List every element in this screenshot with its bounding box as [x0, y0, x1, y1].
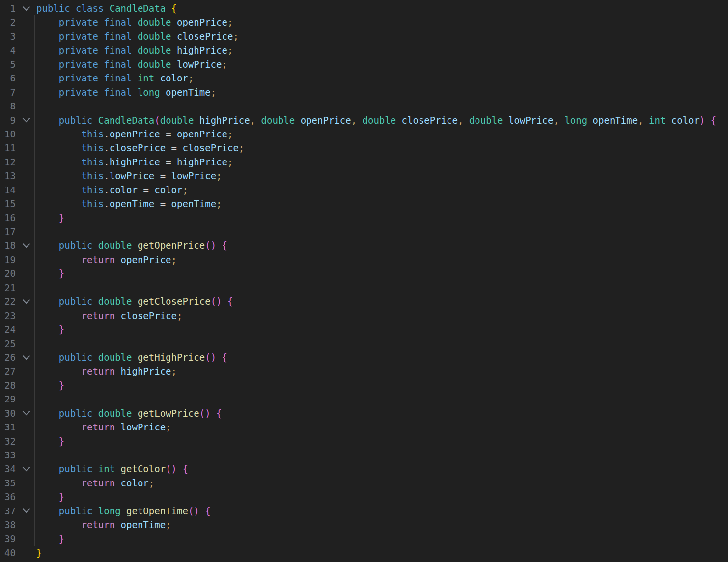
code-content[interactable]: public double getLowPrice() { — [36, 406, 728, 420]
code-content[interactable]: public double getHighPrice() { — [36, 350, 728, 364]
code-line[interactable]: 9 public CandleData(double highPrice, do… — [0, 113, 728, 127]
code-line[interactable]: 15 this.openTime = openTime; — [0, 197, 728, 211]
code-content[interactable]: } — [36, 546, 728, 560]
chevron-down-icon[interactable] — [22, 352, 30, 360]
line-number[interactable]: 5 — [0, 57, 16, 71]
code-line[interactable]: 13 this.lowPrice = lowPrice; — [0, 169, 728, 183]
line-number[interactable]: 25 — [0, 337, 16, 350]
code-content[interactable]: public long getOpenTime() { — [36, 504, 728, 518]
code-line[interactable]: 29 — [0, 392, 728, 406]
code-content[interactable] — [36, 337, 728, 350]
fold-gutter[interactable] — [16, 1, 36, 15]
code-line[interactable]: 27 return highPrice; — [0, 364, 728, 378]
line-number[interactable]: 13 — [0, 169, 16, 183]
line-number[interactable]: 31 — [0, 420, 16, 434]
code-content[interactable]: } — [36, 434, 728, 448]
code-line[interactable]: 24 } — [0, 322, 728, 336]
code-content[interactable]: } — [36, 378, 728, 392]
chevron-down-icon[interactable] — [22, 115, 30, 123]
code-line[interactable]: 37 public long getOpenTime() { — [0, 504, 728, 518]
fold-gutter[interactable] — [16, 239, 36, 252]
chevron-down-icon[interactable] — [22, 3, 30, 11]
code-content[interactable]: public double getOpenPrice() { — [36, 239, 728, 252]
line-number[interactable]: 16 — [0, 211, 16, 225]
code-line[interactable]: 16 } — [0, 211, 728, 225]
code-content[interactable]: private final double lowPrice; — [36, 57, 728, 71]
line-number[interactable]: 14 — [0, 183, 16, 197]
code-content[interactable]: public double getClosePrice() { — [36, 294, 728, 308]
code-content[interactable]: this.lowPrice = lowPrice; — [36, 169, 728, 183]
line-number[interactable]: 27 — [0, 364, 16, 378]
chevron-down-icon[interactable] — [22, 506, 30, 513]
code-line[interactable]: 18 public double getOpenPrice() { — [0, 239, 728, 252]
line-number[interactable]: 2 — [0, 15, 16, 29]
code-line[interactable]: 23 return closePrice; — [0, 309, 728, 322]
code-content[interactable]: this.openTime = openTime; — [36, 197, 728, 211]
code-content[interactable] — [36, 99, 728, 113]
code-content[interactable]: } — [36, 490, 728, 504]
chevron-down-icon[interactable] — [22, 296, 30, 304]
code-content[interactable]: this.highPrice = highPrice; — [36, 155, 728, 169]
code-content[interactable] — [36, 225, 728, 239]
line-number[interactable]: 12 — [0, 155, 16, 169]
chevron-down-icon[interactable] — [22, 408, 30, 416]
line-number[interactable]: 30 — [0, 406, 16, 420]
line-number[interactable]: 22 — [0, 294, 16, 308]
chevron-down-icon[interactable] — [22, 241, 30, 248]
line-number[interactable]: 1 — [0, 1, 16, 15]
code-content[interactable]: this.color = color; — [36, 183, 728, 197]
code-line[interactable]: 21 — [0, 281, 728, 294]
fold-gutter[interactable] — [16, 504, 36, 518]
code-content[interactable] — [36, 392, 728, 406]
code-content[interactable]: return closePrice; — [36, 309, 728, 322]
line-number[interactable]: 8 — [0, 99, 16, 113]
line-number[interactable]: 38 — [0, 518, 16, 532]
code-content[interactable]: private final long openTime; — [36, 85, 728, 99]
code-content[interactable]: return openPrice; — [36, 253, 728, 267]
line-number[interactable]: 6 — [0, 71, 16, 85]
line-number[interactable]: 3 — [0, 29, 16, 43]
line-number[interactable]: 23 — [0, 309, 16, 322]
line-number[interactable]: 9 — [0, 113, 16, 127]
code-line[interactable]: 26 public double getHighPrice() { — [0, 350, 728, 364]
code-content[interactable]: private final int color; — [36, 71, 728, 85]
line-number[interactable]: 20 — [0, 267, 16, 280]
code-content[interactable]: return lowPrice; — [36, 420, 728, 434]
code-line[interactable]: 3 private final double closePrice; — [0, 29, 728, 43]
code-line[interactable]: 22 public double getClosePrice() { — [0, 294, 728, 308]
line-number[interactable]: 28 — [0, 378, 16, 392]
code-line[interactable]: 4 private final double highPrice; — [0, 43, 728, 57]
code-line[interactable]: 36 } — [0, 490, 728, 504]
fold-gutter[interactable] — [16, 113, 36, 127]
code-content[interactable]: public int getColor() { — [36, 462, 728, 476]
code-content[interactable]: private final double highPrice; — [36, 43, 728, 57]
code-content[interactable]: private final double openPrice; — [36, 15, 728, 29]
line-number[interactable]: 11 — [0, 141, 16, 155]
code-content[interactable] — [36, 448, 728, 462]
code-line[interactable]: 40} — [0, 546, 728, 560]
code-line[interactable]: 39 } — [0, 532, 728, 546]
code-line[interactable]: 25 — [0, 337, 728, 350]
line-number[interactable]: 29 — [0, 392, 16, 406]
line-number[interactable]: 4 — [0, 43, 16, 57]
code-line[interactable]: 1public class CandleData { — [0, 1, 728, 15]
code-line[interactable]: 34 public int getColor() { — [0, 462, 728, 476]
line-number[interactable]: 33 — [0, 448, 16, 462]
line-number[interactable]: 24 — [0, 322, 16, 336]
code-line[interactable]: 10 this.openPrice = openPrice; — [0, 127, 728, 141]
code-line[interactable]: 28 } — [0, 378, 728, 392]
code-content[interactable]: public CandleData(double highPrice, doub… — [36, 113, 728, 127]
code-line[interactable]: 31 return lowPrice; — [0, 420, 728, 434]
line-number[interactable]: 18 — [0, 239, 16, 252]
line-number[interactable]: 39 — [0, 532, 16, 546]
code-line[interactable]: 19 return openPrice; — [0, 253, 728, 267]
line-number[interactable]: 7 — [0, 85, 16, 99]
code-line[interactable]: 33 — [0, 448, 728, 462]
line-number[interactable]: 21 — [0, 281, 16, 294]
line-number[interactable]: 40 — [0, 546, 16, 560]
line-number[interactable]: 15 — [0, 197, 16, 211]
code-line[interactable]: 17 — [0, 225, 728, 239]
code-line[interactable]: 30 public double getLowPrice() { — [0, 406, 728, 420]
chevron-down-icon[interactable] — [22, 464, 30, 472]
code-content[interactable]: public class CandleData { — [36, 1, 728, 15]
